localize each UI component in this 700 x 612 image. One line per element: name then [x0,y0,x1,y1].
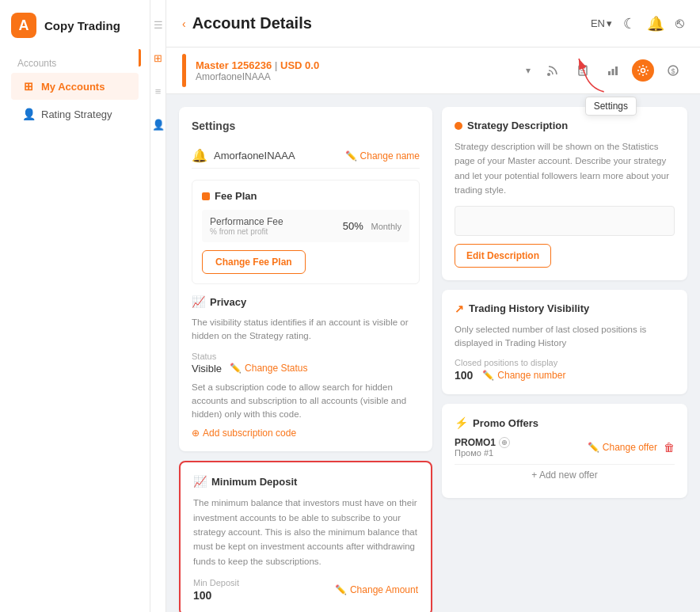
sidebar-section-label: Accounts [17,58,56,69]
delete-promo-icon[interactable]: 🗑 [664,441,675,454]
bell-outline-icon: 🔔 [192,148,207,163]
trading-history-card: ↗ Trading History Visibility Only select… [442,290,687,395]
account-actions: $ [542,59,684,82]
promo-offers-card: ⚡ Promo Offers PROMO1 ⊕ Промо #1 ✏️ [442,404,687,498]
grid-icon: ⊞ [22,80,35,93]
app-logo-icon: A [11,13,36,38]
sidebar-logo: A Copy Trading [0,0,150,51]
chevron-down-icon: ▾ [607,17,612,29]
min-deposit-amount-group: Min Deposit 100 [193,578,239,602]
arrow-indicator [571,55,611,95]
account-info: Master 1256236 | USD 0.0 AmorfaoneINAAA [196,59,526,82]
min-deposit-description: The minimum balance that investors must … [193,496,418,568]
promo-copy-icon[interactable]: ⊕ [499,437,510,448]
fee-value: 50% [343,220,363,232]
svg-rect-7 [615,67,618,75]
change-name-link[interactable]: ✏️ Change name [345,150,420,162]
promo-actions: ✏️ Change offer 🗑 [588,441,675,454]
settings-icon-btn[interactable] [632,59,654,82]
dollar-icon-btn[interactable]: $ [662,59,684,82]
fee-period: Monthly [371,222,401,231]
add-subscription-link[interactable]: ⊕ Add subscription code [192,428,420,439]
language-label: EN [591,17,605,29]
fee-plan-title: Fee Plan [215,190,257,202]
min-deposit-card: 📈 Minimum Deposit The minimum balance th… [179,461,432,612]
strategy-description-text: Strategy description will be shown on th… [455,139,675,198]
closed-positions-label: Closed positions to display [455,358,675,367]
trending-icon: 📈 [192,295,205,308]
name-display: 🔔 AmorfaoneINAAA [192,148,295,163]
fee-label: Performance Fee % from net profit [210,216,283,236]
sidebar-strip-icon-1[interactable]: ☰ [150,16,167,33]
trading-history-description: Only selected number of last closed posi… [455,323,675,351]
promo-sub-label: Промо #1 [455,448,510,458]
change-status-link[interactable]: ✏️ Change Status [230,363,307,374]
sidebar-icon-strip: ☰ ⊞ ≡ 👤 [150,0,166,612]
edit-amount-icon: ✏️ [335,584,347,595]
back-button[interactable]: ‹ [182,17,186,30]
status-value-row: Visible ✏️ Change Status [192,363,420,374]
edit-icon: ✏️ [345,150,357,162]
edit-description-button[interactable]: Edit Description [455,244,551,268]
orange-dot-icon [202,192,210,200]
add-new-offer-link[interactable]: + Add new offer [455,464,675,485]
status-row: Status Visible ✏️ Change Status [192,352,420,374]
settings-card: Settings 🔔 AmorfaoneINAAA ✏️ Change name [179,107,432,451]
strategy-description-title: Strategy Description [455,120,675,131]
subscription-description: Set a subscription code to allow search … [192,381,420,422]
app-title: Copy Trading [44,19,120,32]
closed-value-row: 100 ✏️ Change number [455,369,675,382]
svg-point-8 [641,69,645,73]
account-dropdown-arrow[interactable]: ▾ [526,65,531,76]
sidebar-strip-icon-2[interactable]: ⊞ [150,49,167,67]
content-left: Settings 🔔 AmorfaoneINAAA ✏️ Change name [179,107,432,599]
sidebar-item-rating-strategy[interactable]: 👤 Rating Strategy [11,101,139,127]
change-fee-plan-button[interactable]: Change Fee Plan [202,250,306,274]
rss-icon-btn[interactable] [542,59,564,82]
back-arrow-icon: ‹ [182,17,186,30]
sidebar-item-my-accounts[interactable]: ⊞ My Accounts [11,73,139,100]
account-name: Master 1256236 | USD 0.0 [196,59,526,71]
person-icon: 👤 [22,108,35,120]
promo-item-row: PROMO1 ⊕ Промо #1 ✏️ Change offer 🗑 [455,437,675,458]
bell-icon[interactable]: 🔔 [647,15,664,32]
sidebar-section-accounts: Accounts [11,55,139,72]
fee-value-group: 50% Monthly [343,220,401,232]
content-area: Settings 🔔 AmorfaoneINAAA ✏️ Change name [166,94,700,612]
change-amount-link[interactable]: ✏️ Change Amount [335,584,418,595]
sidebar-strip-icon-4[interactable]: 👤 [150,116,167,133]
min-deposit-amount-row: Min Deposit 100 ✏️ Change Amount [193,578,418,602]
fee-plan-section: Fee Plan Performance Fee % from net prof… [192,180,420,284]
account-display-name: AmorfaoneINAAA [214,150,295,162]
sidebar-item-label: My Accounts [41,81,105,93]
moon-icon[interactable]: ☾ [623,15,636,32]
account-stripe [182,54,186,87]
svg-point-0 [547,73,550,76]
account-sub: AmorfaoneINAAA [196,71,526,82]
topbar-right: EN ▾ ☾ 🔔 ⎋ [591,15,684,32]
logout-icon[interactable]: ⎋ [675,15,684,32]
trending-up-icon: 📈 [193,475,207,488]
lightning-icon: ⚡ [455,416,468,429]
orange-circle-icon [455,122,462,130]
change-number-link[interactable]: ✏️ Change number [482,370,565,381]
content-right: Strategy Description Strategy descriptio… [442,107,687,599]
account-bar: Master 1256236 | USD 0.0 AmorfaoneINAAA … [166,48,700,94]
svg-text:$: $ [671,67,675,75]
svg-rect-6 [612,69,614,75]
strategy-description-card: Strategy Description Strategy descriptio… [442,107,687,280]
change-offer-link[interactable]: ✏️ Change offer [588,442,657,453]
edit-number-icon: ✏️ [482,370,494,381]
settings-section-label: Settings [192,120,420,132]
sidebar-strip-icon-3[interactable]: ≡ [150,82,167,100]
main-area: ‹ Account Details EN ▾ ☾ 🔔 ⎋ Master 1256… [166,0,700,612]
strategy-description-input[interactable] [455,206,675,236]
status-label: Status [192,352,420,361]
name-row: 🔔 AmorfaoneINAAA ✏️ Change name [192,143,420,169]
language-button[interactable]: EN ▾ [591,17,612,29]
promo-code: PROMO1 ⊕ [455,437,510,448]
promo-item-info: PROMO1 ⊕ Промо #1 [455,437,510,458]
min-deposit-label: Min Deposit [193,578,239,587]
sidebar: A Copy Trading Accounts ⊞ My Accounts 👤 … [0,0,150,612]
topbar: ‹ Account Details EN ▾ ☾ 🔔 ⎋ [166,0,700,48]
